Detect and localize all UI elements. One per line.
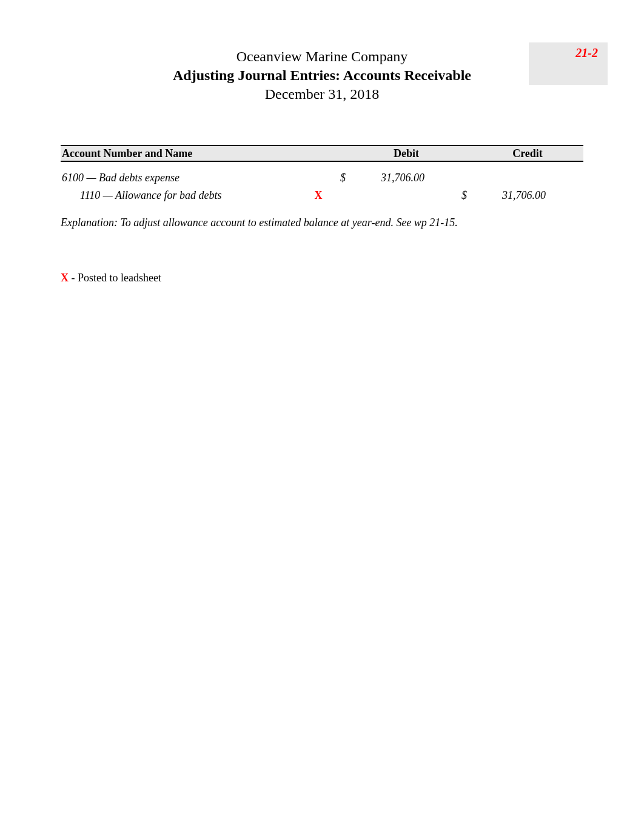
account-name-cell: 6100 — Bad debts expense bbox=[61, 169, 309, 187]
credit-currency-symbol: $ bbox=[449, 187, 467, 204]
page-reference: 21-2 bbox=[575, 46, 598, 60]
table-row: 6100 — Bad debts expense $ 31,706.00 bbox=[61, 169, 583, 187]
credit-amount: 31,706.00 bbox=[467, 187, 552, 204]
column-header-debit: Debit bbox=[346, 147, 467, 160]
page-reference-box: 21-2 bbox=[529, 42, 608, 85]
column-header-credit: Credit bbox=[467, 147, 588, 160]
legend-text: - Posted to leadsheet bbox=[69, 272, 161, 284]
tick-mark-cell: X bbox=[309, 187, 327, 204]
table-body: 6100 — Bad debts expense $ 31,706.00 111… bbox=[61, 162, 583, 204]
header-titles: Oceanview Marine Company Adjusting Journ… bbox=[61, 49, 583, 102]
table-header-row: Account Number and Name Debit Credit bbox=[61, 145, 583, 162]
explanation-text: Explanation: To adjust allowance account… bbox=[61, 216, 583, 229]
debit-currency-symbol: $ bbox=[327, 169, 346, 187]
legend-mark: X bbox=[61, 272, 69, 284]
document-header: Oceanview Marine Company Adjusting Journ… bbox=[61, 49, 583, 102]
debit-amount: 31,706.00 bbox=[346, 169, 431, 187]
journal-entries-table: Account Number and Name Debit Credit 610… bbox=[61, 145, 583, 204]
column-header-account: Account Number and Name bbox=[61, 147, 346, 160]
company-name: Oceanview Marine Company bbox=[61, 49, 583, 65]
table-row: 1110 — Allowance for bad debts X $ 31,70… bbox=[61, 187, 583, 204]
account-name-cell: 1110 — Allowance for bad debts bbox=[61, 187, 309, 204]
legend: X - Posted to leadsheet bbox=[61, 272, 583, 284]
report-title: Adjusting Journal Entries: Accounts Rece… bbox=[61, 67, 583, 84]
report-date: December 31, 2018 bbox=[61, 86, 583, 102]
